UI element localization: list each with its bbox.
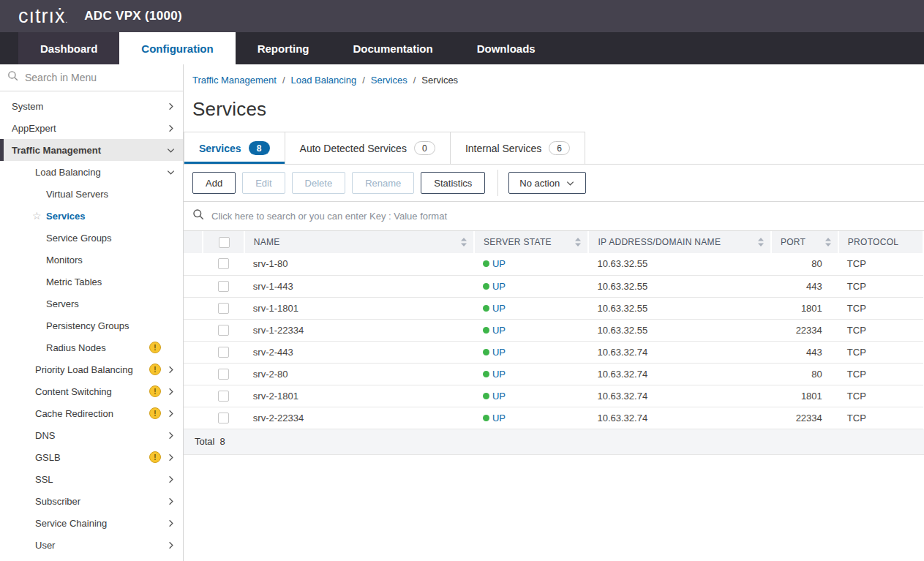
warning-icon: ! xyxy=(149,342,161,353)
expander-cell xyxy=(184,297,203,319)
sort-icon[interactable] xyxy=(825,238,832,246)
select-all-checkbox[interactable] xyxy=(219,237,230,248)
port-cell: 80 xyxy=(771,253,838,275)
tab-services[interactable]: Services8 xyxy=(184,132,285,165)
chevron-right-icon xyxy=(164,99,177,113)
sidebar-item-ssl[interactable]: SSL xyxy=(0,468,183,490)
state-link[interactable]: UP xyxy=(492,281,506,292)
service-name-cell: srv-1-1801 xyxy=(244,297,474,319)
sidebar-item-radius-nodes[interactable]: Radius Nodes! xyxy=(0,336,183,358)
sidebar-item-appexpert[interactable]: AppExpert xyxy=(0,117,183,139)
rename-button: Rename xyxy=(352,172,414,194)
port-cell: 80 xyxy=(771,363,838,385)
column-header-server-state[interactable]: SERVER STATE xyxy=(474,231,589,253)
state-link[interactable]: UP xyxy=(492,391,506,402)
search-icon xyxy=(7,70,19,85)
services-table: NAMESERVER STATEIP ADDRESS/DOMAIN NAMEPO… xyxy=(184,231,924,429)
sidebar-item-services[interactable]: ☆Services xyxy=(0,205,183,227)
sort-icon[interactable] xyxy=(460,238,467,246)
row-select-cell xyxy=(203,253,244,275)
sidebar-item-service-groups[interactable]: Service Groups xyxy=(0,227,183,249)
sidebar-item-label: Load Balancing xyxy=(35,167,101,178)
state-link[interactable]: UP xyxy=(492,303,506,314)
sidebar-item-gslb[interactable]: GSLB! xyxy=(0,446,183,468)
row-checkbox[interactable] xyxy=(218,413,229,423)
state-link[interactable]: UP xyxy=(492,325,506,336)
column-header-ip-address-domain-name[interactable]: IP ADDRESS/DOMAIN NAME xyxy=(588,231,770,253)
sort-icon[interactable] xyxy=(574,238,582,246)
state-link[interactable]: UP xyxy=(492,347,506,358)
state-link[interactable]: UP xyxy=(492,413,506,423)
warning-icon: ! xyxy=(149,385,161,397)
table-search-input[interactable] xyxy=(211,211,924,222)
chevron-right-icon xyxy=(164,472,177,486)
column-header-label: IP ADDRESS/DOMAIN NAME xyxy=(598,237,721,247)
sidebar-item-cache-redirection[interactable]: Cache Redirection! xyxy=(0,402,183,424)
sidebar-item-persistency-groups[interactable]: Persistency Groups xyxy=(0,315,183,336)
state-link[interactable]: UP xyxy=(492,369,506,380)
server-state: UP xyxy=(483,303,589,314)
sidebar-item-service-chaining[interactable]: Service Chaining xyxy=(0,512,183,534)
table-row: srv-2-22334UP10.63.32.7422334TCP xyxy=(184,407,923,429)
sidebar-item-priority-load-balancing[interactable]: Priority Load Balancing! xyxy=(0,358,183,380)
tab-auto-detected-services[interactable]: Auto Detected Services0 xyxy=(285,132,450,165)
row-checkbox[interactable] xyxy=(218,391,229,402)
sidebar-item-user[interactable]: User xyxy=(0,534,183,556)
service-name-cell: srv-1-22334 xyxy=(244,319,474,341)
nav-tab-dashboard[interactable]: Dashboard xyxy=(18,32,119,64)
sidebar-item-load-balancing[interactable]: Load Balancing xyxy=(0,161,183,183)
breadcrumb-item[interactable]: Load Balancing xyxy=(291,75,357,86)
sidebar-item-system[interactable]: System xyxy=(0,95,183,117)
no-action-dropdown[interactable]: No action xyxy=(508,172,586,194)
sort-icon[interactable] xyxy=(757,238,765,246)
port-cell: 443 xyxy=(771,275,838,297)
sidebar-item-dns[interactable]: DNS xyxy=(0,424,183,446)
row-select-cell xyxy=(203,407,244,429)
sidebar-search[interactable] xyxy=(0,64,183,91)
nav-tab-configuration[interactable]: Configuration xyxy=(119,32,235,64)
sidebar-item-traffic-management[interactable]: Traffic Management xyxy=(0,139,183,161)
column-header-name[interactable]: NAME xyxy=(244,231,474,253)
row-checkbox[interactable] xyxy=(218,325,229,336)
sidebar-item-monitors[interactable]: Monitors xyxy=(0,249,183,271)
main-content: Traffic Management/Load Balancing/Servic… xyxy=(184,64,924,561)
column-header-port[interactable]: PORT xyxy=(771,231,838,253)
ip-address-cell: 10.63.32.74 xyxy=(588,407,770,429)
statistics-button[interactable]: Statistics xyxy=(421,172,485,194)
add-button[interactable]: Add xyxy=(192,172,236,194)
favorite-star-icon[interactable]: ☆ xyxy=(32,210,42,222)
column-header-label: NAME xyxy=(254,237,280,247)
sidebar-search-input[interactable] xyxy=(25,72,176,83)
row-checkbox[interactable] xyxy=(218,258,229,269)
state-link[interactable]: UP xyxy=(492,258,506,269)
row-checkbox[interactable] xyxy=(218,369,229,380)
sidebar-item-servers[interactable]: Servers xyxy=(0,293,183,315)
server-state: UP xyxy=(483,325,589,336)
sidebar-item-label: Content Switching xyxy=(35,386,112,397)
breadcrumb-item[interactable]: Traffic Management xyxy=(192,75,277,86)
sidebar-item-subscriber[interactable]: Subscriber xyxy=(0,490,183,512)
sidebar-item-metric-tables[interactable]: Metric Tables xyxy=(0,271,183,293)
nav-tab-downloads[interactable]: Downloads xyxy=(455,32,557,64)
tab-internal-services[interactable]: Internal Services6 xyxy=(450,132,585,165)
nav-tab-reporting[interactable]: Reporting xyxy=(236,32,331,64)
row-checkbox[interactable] xyxy=(218,347,229,358)
table-row: srv-1-1801UP10.63.32.551801TCP xyxy=(184,297,923,319)
column-header-label: PROTOCOL xyxy=(848,237,899,247)
ip-address-cell: 10.63.32.74 xyxy=(588,385,770,407)
sidebar-item-content-switching[interactable]: Content Switching! xyxy=(0,380,183,402)
nav-tab-documentation[interactable]: Documentation xyxy=(331,32,455,64)
tab-count-badge: 8 xyxy=(249,141,270,155)
row-checkbox[interactable] xyxy=(218,281,229,292)
sidebar-item-virtual-servers[interactable]: Virtual Servers xyxy=(0,183,183,205)
main-nav: DashboardConfigurationReportingDocumenta… xyxy=(0,32,924,64)
table-search[interactable] xyxy=(184,202,924,231)
server-state: UP xyxy=(483,391,589,402)
ip-address-cell: 10.63.32.55 xyxy=(588,275,770,297)
column-header-label: PORT xyxy=(781,237,805,247)
service-name: srv-2-80 xyxy=(253,369,288,380)
breadcrumb-item[interactable]: Services xyxy=(371,75,407,86)
sidebar-item-label: Services xyxy=(46,211,86,222)
row-checkbox[interactable] xyxy=(218,303,229,314)
sidebar: SystemAppExpertTraffic ManagementLoad Ba… xyxy=(0,64,184,561)
